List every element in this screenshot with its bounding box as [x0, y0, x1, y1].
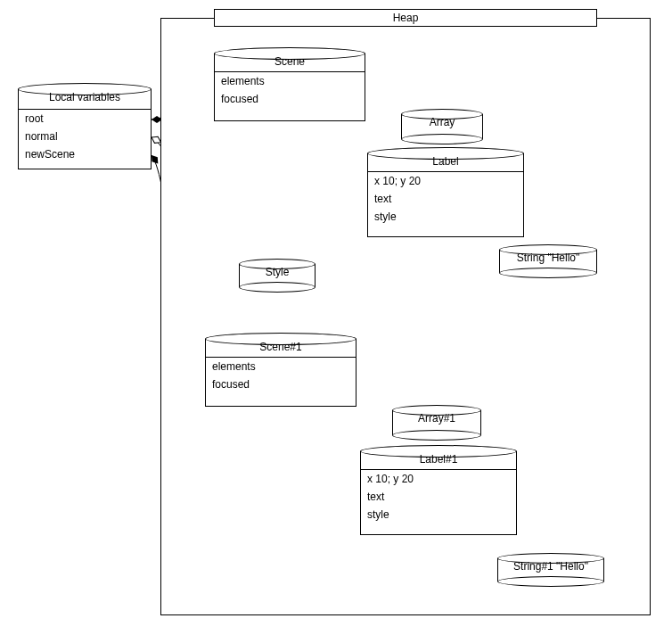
style-object: Style	[239, 264, 316, 287]
array1-title: Array#1	[418, 412, 455, 425]
array-object: Array	[401, 114, 483, 139]
array-title: Array	[430, 116, 455, 128]
string1-object: String#1 "Hello"	[497, 558, 604, 581]
array1-object: Array#1	[392, 410, 481, 435]
locals-title: Local variables	[49, 91, 120, 103]
label1-object: Label#1 x 10; y 20 text style	[360, 451, 517, 535]
scene1-object: Scene#1 elements focused	[205, 339, 356, 407]
string-title: String "Hello"	[517, 252, 580, 264]
scene1-title: Scene#1	[259, 341, 301, 353]
string-object: String "Hello"	[499, 250, 597, 273]
label1-title: Label#1	[420, 453, 458, 466]
heap-title-text: Heap	[393, 12, 419, 24]
string1-title: String#1 "Hello"	[513, 560, 588, 573]
local-variables-object: Local variables root normal newScene	[18, 89, 152, 169]
label-object: Label x 10; y 20 text style	[367, 153, 524, 237]
label-title: Label	[432, 155, 458, 168]
scene-title: Scene	[275, 55, 305, 68]
scene-object: Scene elements focused	[214, 54, 365, 121]
style-title: Style	[266, 266, 290, 278]
heap-title-tab: Heap	[214, 9, 597, 27]
